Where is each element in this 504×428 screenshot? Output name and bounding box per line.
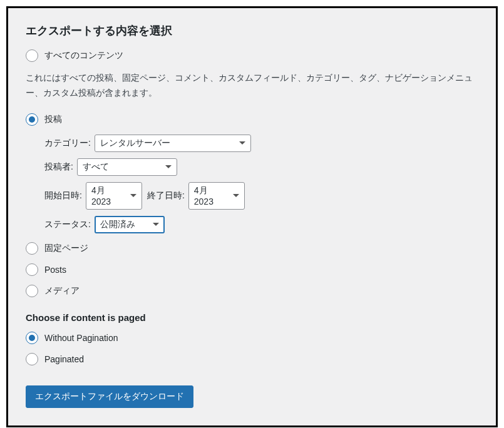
posts-filters: カテゴリー: レンタルサーバー 投稿者: すべて 開始日時: 4月 2023 終… <box>44 135 478 233</box>
export-panel: エクスポートする内容を選択 すべてのコンテンツ これにはすべての投稿、固定ページ… <box>6 6 498 427</box>
end-date-value: 4月 2023 <box>194 185 224 206</box>
label-all-content[interactable]: すべてのコンテンツ <box>44 50 123 61</box>
option-paginated-row: Paginated <box>26 353 478 365</box>
date-row: 開始日時: 4月 2023 終了日時: 4月 2023 <box>44 182 478 210</box>
label-paginated[interactable]: Paginated <box>44 354 84 364</box>
radio-paginated[interactable] <box>26 353 38 365</box>
start-date-value: 4月 2023 <box>91 185 121 206</box>
category-label: カテゴリー: <box>44 138 91 149</box>
all-content-description: これにはすべての投稿、固定ページ、コメント、カスタムフィールド、カテゴリー、タグ… <box>26 71 478 101</box>
label-pages[interactable]: 固定ページ <box>44 243 88 254</box>
category-row: カテゴリー: レンタルサーバー <box>44 135 478 152</box>
radio-pages[interactable] <box>26 242 38 255</box>
status-value: 公開済み <box>100 219 135 230</box>
author-label: 投稿者: <box>44 161 73 173</box>
radio-posts[interactable] <box>26 113 38 126</box>
option-without-pagination-row: Without Pagination <box>26 332 478 344</box>
start-date-select[interactable]: 4月 2023 <box>86 182 142 210</box>
chevron-down-icon <box>130 194 136 197</box>
option-media-row: メディア <box>26 285 478 297</box>
option-posts-row: 投稿 <box>26 113 478 126</box>
chevron-down-icon <box>153 223 159 226</box>
end-date-label: 終了日時: <box>147 190 185 201</box>
radio-cpt-posts[interactable] <box>26 263 38 276</box>
option-all-content-row: すべてのコンテンツ <box>26 49 478 62</box>
radio-all-content[interactable] <box>26 49 38 62</box>
label-without-pagination[interactable]: Without Pagination <box>44 333 118 343</box>
label-media[interactable]: メディア <box>44 285 80 297</box>
author-select[interactable]: すべて <box>77 158 177 176</box>
category-select[interactable]: レンタルサーバー <box>95 135 251 152</box>
radio-without-pagination[interactable] <box>26 332 38 344</box>
status-row: ステータス: 公開済み <box>44 216 478 233</box>
download-button[interactable]: エクスポートファイルをダウンロード <box>26 385 193 408</box>
chevron-down-icon <box>165 165 172 168</box>
chevron-down-icon <box>233 194 239 197</box>
label-cpt-posts[interactable]: Posts <box>44 265 66 275</box>
status-label: ステータス: <box>44 219 91 230</box>
author-row: 投稿者: すべて <box>44 158 478 176</box>
pagination-heading: Choose if content is paged <box>26 312 478 323</box>
category-value: レンタルサーバー <box>100 138 170 149</box>
chevron-down-icon <box>239 141 245 145</box>
author-value: すべて <box>83 161 109 173</box>
option-pages-row: 固定ページ <box>26 242 478 255</box>
panel-heading: エクスポートする内容を選択 <box>26 23 478 38</box>
option-cpt-posts-row: Posts <box>26 263 478 276</box>
end-date-select[interactable]: 4月 2023 <box>188 182 245 210</box>
start-date-label: 開始日時: <box>44 190 82 201</box>
radio-media[interactable] <box>26 285 38 297</box>
status-select[interactable]: 公開済み <box>95 216 165 233</box>
label-posts[interactable]: 投稿 <box>44 114 62 125</box>
